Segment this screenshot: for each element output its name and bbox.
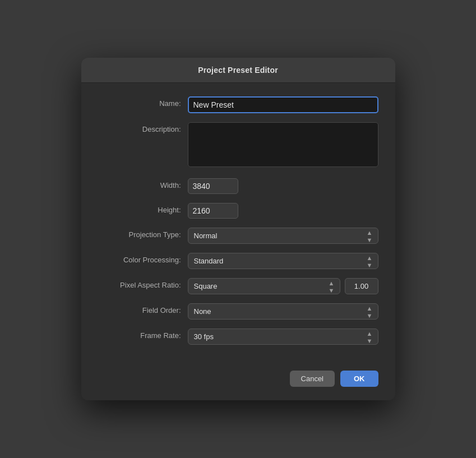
color-processing-row: Color Processing: Standard Wide Gamut HD… [98,253,378,269]
ok-button[interactable]: OK [340,371,378,387]
color-processing-label: Color Processing: [98,253,188,264]
width-input[interactable] [188,178,238,194]
pixel-aspect-ratio-row: Pixel Aspect Ratio: Square D1/DV NTSC D1… [98,278,378,294]
projection-type-control: Normal Spherical Cylindrical ▲ ▼ [188,228,378,244]
height-row: Height: [98,203,378,219]
frame-rate-row: Frame Rate: 23.976 fps 24 fps 25 fps 29.… [98,329,378,345]
name-label: Name: [98,96,188,108]
name-input[interactable] [188,96,378,113]
color-processing-control: Standard Wide Gamut HDR ▲ ▼ [188,253,378,269]
field-order-label: Field Order: [98,303,188,314]
width-control [188,178,378,194]
name-control [188,96,378,113]
color-processing-select[interactable]: Standard Wide Gamut HDR [188,253,378,269]
height-input[interactable] [188,203,238,219]
frame-rate-select[interactable]: 23.976 fps 24 fps 25 fps 29.97 fps 30 fp… [188,329,378,345]
height-control [188,203,378,219]
footer-buttons: Cancel OK [81,365,395,387]
pixel-aspect-ratio-control: Square D1/DV NTSC D1/DV PAL ▲ ▼ 1.00 [188,278,378,294]
pixel-aspect-ratio-select[interactable]: Square D1/DV NTSC D1/DV PAL [188,278,340,294]
description-row: Description: [98,122,378,169]
field-order-control: None Upper First Lower First ▲ ▼ [188,303,378,320]
field-order-row: Field Order: None Upper First Lower Firs… [98,303,378,320]
dialog-title-bar: Project Preset Editor [81,58,395,83]
frame-rate-label: Frame Rate: [98,329,188,340]
width-row: Width: [98,178,378,194]
frame-rate-control: 23.976 fps 24 fps 25 fps 29.97 fps 30 fp… [188,329,378,345]
width-label: Width: [98,178,188,189]
description-input[interactable] [188,122,378,167]
pixel-aspect-ratio-label: Pixel Aspect Ratio: [98,278,188,289]
height-label: Height: [98,203,188,214]
projection-type-row: Projection Type: Normal Spherical Cylind… [98,228,378,244]
projection-type-select[interactable]: Normal Spherical Cylindrical [188,228,378,244]
dialog-title: Project Preset Editor [90,66,386,75]
field-order-select[interactable]: None Upper First Lower First [188,303,378,320]
pixel-aspect-row-inner: Square D1/DV NTSC D1/DV PAL ▲ ▼ 1.00 [188,278,378,294]
projection-type-label: Projection Type: [98,228,188,239]
pixel-aspect-ratio-wrapper: Square D1/DV NTSC D1/DV PAL ▲ ▼ [188,278,340,294]
description-label: Description: [98,122,188,133]
project-preset-editor-dialog: Project Preset Editor Name: Description:… [81,58,395,400]
name-row: Name: [98,96,378,113]
cancel-button[interactable]: Cancel [290,371,335,387]
form-body: Name: Description: Width: Height: [81,83,395,365]
pixel-ratio-value: 1.00 [345,278,378,294]
description-control [188,122,378,169]
